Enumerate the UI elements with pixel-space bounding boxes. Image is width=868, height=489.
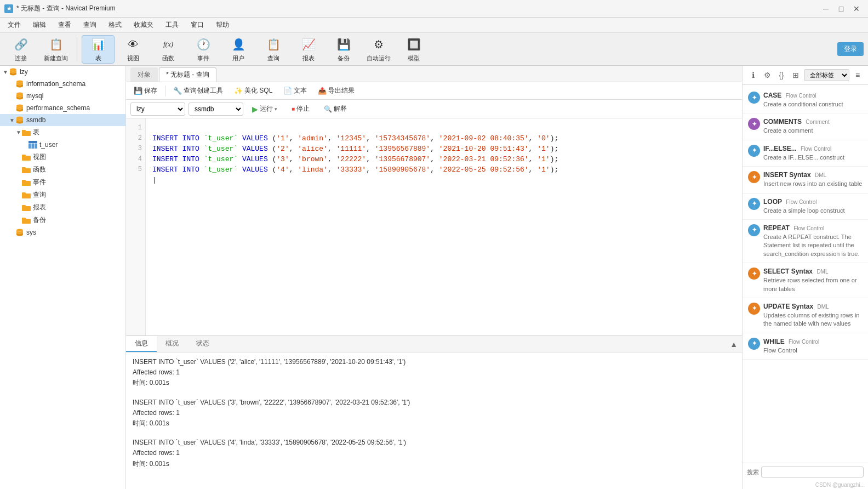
snippet-item-2[interactable]: ✦ IF...ELSE... Flow Control Create a IF.… xyxy=(743,140,868,167)
sidebar-item-reports[interactable]: 报表 xyxy=(0,201,125,214)
snippet-item-0[interactable]: ✦ CASE Flow Control Create a conditional… xyxy=(743,87,868,113)
toolbar-btn-report[interactable]: 📈报表 xyxy=(292,35,325,64)
sidebar-item-ssmdb[interactable]: ▼ssmdb xyxy=(0,114,125,126)
toolbar-btn-connect[interactable]: 🔗连接 xyxy=(4,35,37,64)
svg-point-2 xyxy=(16,93,23,95)
db1-select[interactable]: lzy xyxy=(130,103,185,116)
snippet-row-7: ✦ UPDATE Syntax DML Updates columns of e… xyxy=(748,303,863,328)
sidebar-item-t_user[interactable]: t_user xyxy=(0,139,125,151)
sidebar-item-functions[interactable]: 函数 xyxy=(0,163,125,176)
tab-status[interactable]: 状态 xyxy=(187,336,218,352)
sidebar-item-backups[interactable]: 备份 xyxy=(0,214,125,226)
sidebar-item-lzy[interactable]: ▼lzy xyxy=(0,66,125,78)
sidebar-item-tables[interactable]: ▼表 xyxy=(0,126,125,139)
sidebar-item-information_schema[interactable]: information_schema xyxy=(0,78,125,90)
tab-info[interactable]: 信息 xyxy=(126,336,157,352)
settings-icon-btn[interactable]: ⚙ xyxy=(761,69,773,81)
toolbar-btn-new-query[interactable]: 📋新建查询 xyxy=(39,35,72,64)
beautify-button[interactable]: ✨ 美化 SQL xyxy=(230,84,277,97)
explain-button[interactable]: 🔍 解释 xyxy=(318,102,352,116)
snippet-item-7[interactable]: ✦ UPDATE Syntax DML Updates columns of e… xyxy=(743,298,868,333)
code-content[interactable]: INSERT INTO `t_user` VALUES ('1', 'admin… xyxy=(146,118,742,336)
result-time-2: 时间: 0.001s xyxy=(133,418,735,429)
snippet-item-6[interactable]: ✦ SELECT Syntax DML Retrieve rows select… xyxy=(743,263,868,298)
menu-item-编辑[interactable]: 编辑 xyxy=(27,18,52,32)
snippet-icon-1: ✦ xyxy=(748,118,760,130)
menu-item-收藏夹[interactable]: 收藏夹 xyxy=(128,18,159,32)
tag-filter-select[interactable]: 全部标签 xyxy=(804,69,849,81)
snippet-body-7: UPDATE Syntax DML Updates columns of exi… xyxy=(763,303,863,328)
menu-item-格式[interactable]: 格式 xyxy=(103,18,127,32)
collapse-panel-button[interactable]: ▲ xyxy=(730,340,738,349)
close-button[interactable]: ✕ xyxy=(849,3,864,14)
toolbar-btn-event[interactable]: 🕐事件 xyxy=(187,35,220,64)
tab-object[interactable]: 对象 xyxy=(130,67,158,82)
code-editor[interactable]: 1 2 3 4 5 INSERT INTO `t_user` VALUES ('… xyxy=(126,118,742,336)
sidebar-item-mysql[interactable]: mysql xyxy=(0,90,125,102)
snippet-desc-1: Create a comment xyxy=(763,127,863,135)
sidebar-item-events[interactable]: 事件 xyxy=(0,176,125,189)
stop-button[interactable]: ■ 停止 xyxy=(286,102,315,116)
grid-icon-btn[interactable]: ⊞ xyxy=(790,69,802,81)
result-time-1: 时间: 0.001s xyxy=(133,378,735,388)
svg-point-4 xyxy=(16,117,23,120)
tree-arrow-reports xyxy=(15,204,22,211)
more-icon-btn[interactable]: ≡ xyxy=(852,69,864,81)
maximize-button[interactable]: □ xyxy=(834,3,848,14)
sidebar-item-sys[interactable]: sys xyxy=(0,226,125,238)
menu-item-查询[interactable]: 查询 xyxy=(78,18,102,32)
snippet-item-4[interactable]: ✦ LOOP Flow Control Create a simple loop… xyxy=(743,194,868,220)
snippet-item-3[interactable]: ✦ INSERT Syntax DML Insert new rows into… xyxy=(743,167,868,193)
snippet-item-5[interactable]: ✦ REPEAT Flow Control Create A REPEAT co… xyxy=(743,220,868,263)
menu-item-查看[interactable]: 查看 xyxy=(53,18,77,32)
folder-icon-events xyxy=(22,178,31,187)
snippet-desc-8: Flow Control xyxy=(763,346,863,355)
tab-overview[interactable]: 概况 xyxy=(157,336,187,352)
toolbar-btn-function[interactable]: f(x)函数 xyxy=(152,35,185,64)
bottom-panel: 信息 概况 状态 ▲ INSERT INTO `t_user` VALUES (… xyxy=(126,336,742,489)
menu-item-窗口[interactable]: 窗口 xyxy=(185,18,209,32)
snippet-title-4: LOOP Flow Control xyxy=(763,198,863,206)
run-button[interactable]: ▶ 运行 ▾ xyxy=(247,102,283,116)
sidebar-item-views[interactable]: 视图 xyxy=(0,151,125,163)
db-selector-row: lzy ssmdb ▶ 运行 ▾ ■ 停止 🔍 解释 xyxy=(126,100,742,118)
snippet-item-1[interactable]: ✦ COMMENTS Comment Create a comment xyxy=(743,113,868,140)
toolbar-btn-view[interactable]: 👁视图 xyxy=(117,35,150,64)
toolbar-btn-user[interactable]: 👤用户 xyxy=(222,35,255,64)
toolbar-btn-query[interactable]: 📋查询 xyxy=(257,35,290,64)
minimize-button[interactable]: ─ xyxy=(819,3,833,14)
menu-item-帮助[interactable]: 帮助 xyxy=(210,18,235,32)
create-tool-button[interactable]: 🔧 查询创建工具 xyxy=(169,84,227,97)
toolbar: 🔗连接📋新建查询📊表👁视图f(x)函数🕐事件👤用户📋查询📈报表💾备份⚙自动运行🔲… xyxy=(0,33,868,66)
menu-item-工具[interactable]: 工具 xyxy=(160,18,184,32)
login-button[interactable]: 登录 xyxy=(837,42,864,56)
right-sidebar-search: 搜索 xyxy=(743,463,868,481)
snippet-row-3: ✦ INSERT Syntax DML Insert new rows into… xyxy=(748,171,863,188)
search-input[interactable] xyxy=(761,467,864,477)
info-icon-btn[interactable]: ℹ xyxy=(747,69,759,81)
toolbar-btn-schedule[interactable]: ⚙自动运行 xyxy=(362,35,395,64)
export-button[interactable]: 📤 导出结果 xyxy=(313,84,359,97)
code-icon-btn[interactable]: {} xyxy=(775,69,787,81)
toolbar-icon-event: 🕐 xyxy=(195,36,212,53)
toolbar-icon-view: 👁 xyxy=(124,36,142,53)
snippet-item-8[interactable]: ✦ WHILE Flow Control Flow Control xyxy=(743,333,868,360)
stop-icon: ■ xyxy=(292,106,295,112)
sidebar-item-queries[interactable]: 查询 xyxy=(0,189,125,201)
tab-query[interactable]: * 无标题 - 查询 xyxy=(159,67,216,82)
toolbar-btn-table[interactable]: 📊表 xyxy=(82,35,115,64)
toolbar-btn-backup[interactable]: 💾备份 xyxy=(327,35,360,64)
toolbar-btn-model[interactable]: 🔲模型 xyxy=(397,35,430,64)
sidebar-item-performance_schema[interactable]: performance_schema xyxy=(0,102,125,114)
sidebar-label-backups: 备份 xyxy=(33,215,46,225)
menu-item-文件[interactable]: 文件 xyxy=(2,18,26,32)
sidebar-label-ssmdb: ssmdb xyxy=(26,116,45,124)
snippet-title-7: UPDATE Syntax DML xyxy=(763,303,863,310)
text-button[interactable]: 📄 文本 xyxy=(279,84,311,97)
snippet-desc-6: Retrieve rows selected from one or more … xyxy=(763,276,863,293)
svg-point-10 xyxy=(16,229,23,232)
tree-arrow-backups xyxy=(15,217,22,224)
save-button[interactable]: 💾 保存 xyxy=(129,84,162,97)
db2-select[interactable]: ssmdb xyxy=(189,103,243,116)
folder-icon-functions xyxy=(22,166,31,174)
